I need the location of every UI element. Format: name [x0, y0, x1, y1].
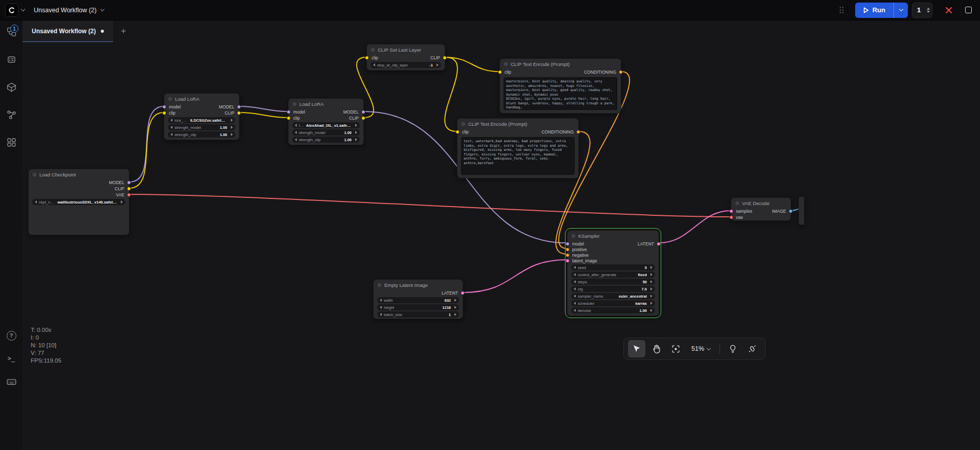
- input-port-clip[interactable]: [162, 111, 166, 115]
- decrement-icon[interactable]: [574, 266, 576, 269]
- widget-scheduler[interactable]: scheduler karras: [571, 300, 655, 306]
- increment-icon[interactable]: [231, 133, 233, 136]
- output-port-clip[interactable]: [127, 187, 131, 191]
- next-value-icon[interactable]: [650, 302, 652, 305]
- output-port-clip[interactable]: [361, 116, 365, 120]
- collapse-dot-icon[interactable]: [371, 48, 375, 52]
- node-clip-text-encode-negative[interactable]: CLIP Text Encode (Prompt) clip CONDITION…: [457, 118, 579, 178]
- widget-width[interactable]: width 832: [377, 297, 459, 303]
- collapse-dot-icon[interactable]: [33, 173, 36, 176]
- widget-sampler-name[interactable]: sampler_name euler_ancestral: [571, 293, 655, 299]
- widget-lora-name[interactable]: lo... AlexAhad_IXL_v1.safetensors: [292, 122, 360, 128]
- widget-batch-size[interactable]: batch_size 1: [377, 311, 459, 318]
- node-vae-decode[interactable]: VAE Decode samples IMAGE vae: [731, 197, 791, 221]
- widget-strength-clip[interactable]: strength_clip 1.00: [292, 137, 360, 143]
- widget-denoise[interactable]: denoise 1.00: [571, 307, 655, 313]
- input-port-clip[interactable]: [498, 70, 502, 74]
- collapse-dot-icon[interactable]: [168, 97, 172, 101]
- widget-cfg[interactable]: cfg 7.0: [571, 286, 655, 292]
- increment-icon[interactable]: [454, 299, 456, 302]
- interrupt-button[interactable]: [945, 6, 953, 14]
- input-port-positive[interactable]: [565, 248, 570, 252]
- batch-count-stepper[interactable]: 1: [912, 3, 932, 18]
- node-load-lora-1[interactable]: Load LoRA model MODEL clip CLIP lora_na.…: [164, 93, 239, 140]
- prev-value-icon[interactable]: [295, 124, 297, 127]
- widget-strength-model[interactable]: strength_model 1.00: [292, 129, 360, 136]
- run-button[interactable]: Run: [855, 3, 894, 18]
- node-header[interactable]: CLIP Text Encode (Prompt): [500, 59, 621, 69]
- output-port-model[interactable]: [127, 181, 131, 185]
- prev-value-icon[interactable]: [574, 273, 576, 276]
- toggle-theme-button[interactable]: [724, 340, 742, 357]
- input-port-clip[interactable]: [287, 116, 291, 120]
- input-port-samples[interactable]: [729, 209, 733, 213]
- node-header[interactable]: Empty Latent Image: [374, 280, 463, 290]
- prev-value-icon[interactable]: [170, 119, 172, 122]
- sidebar-item-templates[interactable]: [2, 133, 20, 151]
- select-tool-button[interactable]: [628, 340, 645, 357]
- output-port-clip[interactable]: [443, 56, 447, 60]
- node-header[interactable]: CLIP Text Encode (Prompt): [458, 119, 578, 129]
- input-port-latent-image[interactable]: [565, 259, 570, 263]
- widget-lora-name[interactable]: lora_na... ILDCSGZee.safetensors: [168, 117, 235, 123]
- decrement-icon[interactable]: [170, 133, 172, 136]
- decrement-icon[interactable]: [380, 313, 382, 316]
- prompt-textarea[interactable]: masterpiece, best quality, amazing quali…: [504, 77, 617, 110]
- increment-icon[interactable]: [355, 138, 357, 141]
- input-port-negative[interactable]: [565, 253, 570, 257]
- collapse-dot-icon[interactable]: [735, 201, 739, 205]
- decrement-icon[interactable]: [574, 287, 576, 290]
- node-ksampler[interactable]: KSampler model LATENT positive negative …: [567, 230, 659, 316]
- prev-value-icon[interactable]: [574, 302, 576, 305]
- output-port-latent[interactable]: [657, 242, 661, 246]
- node-partially-offscreen[interactable]: [798, 196, 804, 225]
- comfyui-logo[interactable]: [5, 4, 18, 17]
- pan-tool-button[interactable]: [647, 340, 665, 357]
- input-port-clip[interactable]: [365, 56, 369, 60]
- next-value-icon[interactable]: [355, 124, 357, 127]
- decrement-icon[interactable]: [574, 309, 576, 312]
- increment-icon[interactable]: [650, 309, 652, 312]
- input-port-model[interactable]: [565, 242, 570, 246]
- increment-icon[interactable]: [927, 8, 930, 10]
- node-header[interactable]: VAE Decode: [731, 198, 791, 208]
- collapse-dot-icon[interactable]: [378, 283, 381, 287]
- output-port-image[interactable]: [789, 209, 793, 213]
- collapse-dot-icon[interactable]: [462, 122, 465, 126]
- next-value-icon[interactable]: [231, 119, 233, 122]
- increment-icon[interactable]: [355, 131, 357, 134]
- output-port-latent[interactable]: [461, 291, 465, 295]
- widget-control-after-generate[interactable]: control_after_generate fixed: [571, 272, 655, 278]
- prev-value-icon[interactable]: [35, 200, 37, 204]
- decrement-icon[interactable]: [380, 306, 382, 309]
- widget-strength-clip[interactable]: strength_clip 1.00: [168, 131, 235, 138]
- decrement-icon[interactable]: [170, 126, 172, 129]
- input-port-vae[interactable]: [729, 215, 733, 219]
- next-value-icon[interactable]: [121, 200, 123, 204]
- input-port-model[interactable]: [287, 110, 291, 114]
- sidebar-item-model-library[interactable]: [2, 78, 20, 96]
- output-port-vae[interactable]: [127, 193, 131, 197]
- fit-view-button[interactable]: [667, 340, 684, 357]
- node-graph-canvas[interactable]: Load Checkpoint MODEL CLIP VAE ckpt_name…: [0, 0, 980, 450]
- zoom-control[interactable]: 51%: [686, 345, 715, 352]
- increment-icon[interactable]: [454, 306, 456, 309]
- input-port-model[interactable]: [162, 105, 166, 109]
- widget-height[interactable]: height 1216: [377, 304, 459, 310]
- prompt-textarea[interactable]: text, watermark,bad anatomy, bad proport…: [461, 137, 575, 175]
- decrement-icon[interactable]: [295, 138, 297, 141]
- output-port-conditioning[interactable]: [619, 70, 623, 74]
- increment-icon[interactable]: [650, 280, 652, 283]
- widget-seed[interactable]: seed 0: [571, 264, 655, 271]
- node-load-lora-2[interactable]: Load LoRA model MODEL clip CLIP lo... Al…: [288, 98, 364, 145]
- next-value-icon[interactable]: [650, 273, 652, 276]
- toggle-links-button[interactable]: [744, 340, 761, 357]
- tab-unsaved-workflow[interactable]: Unsaved Workflow (2): [23, 20, 113, 42]
- panel-toggle-button[interactable]: [965, 7, 972, 13]
- increment-icon[interactable]: [650, 287, 652, 290]
- node-header[interactable]: CLIP Set Last Layer: [367, 44, 445, 55]
- node-header[interactable]: KSampler: [568, 231, 659, 241]
- decrement-icon[interactable]: [574, 280, 576, 283]
- node-load-checkpoint[interactable]: Load Checkpoint MODEL CLIP VAE ckpt_name…: [28, 169, 129, 235]
- node-clip-set-last-layer[interactable]: CLIP Set Last Layer clip CLIP stop_at_cl…: [366, 44, 445, 71]
